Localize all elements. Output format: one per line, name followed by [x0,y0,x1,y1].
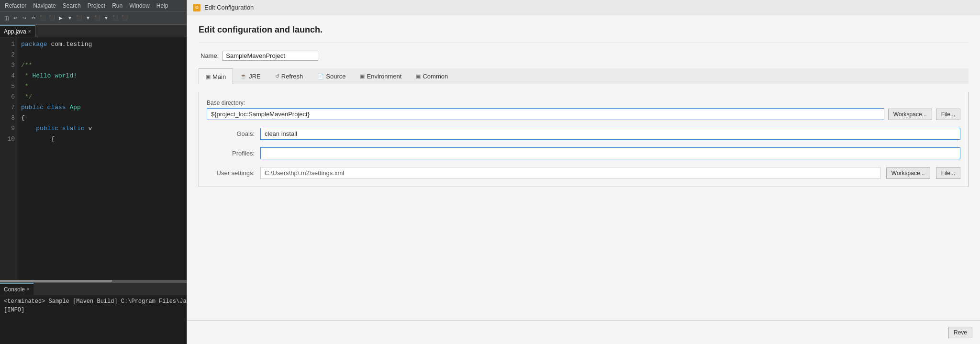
revert-button[interactable]: Reve [948,327,972,338]
toolbar-btn-3[interactable]: ↪ [20,14,29,22]
toolbar-btn-9[interactable]: ⬛ [75,14,83,22]
dialog-panel: ⚙ Edit Configuration Edit configuration … [187,0,980,344]
editor-tab-label: App.java [4,28,26,35]
toolbar-group: ◫ ↩ ↪ ✂ ⬛ ⬛ ▶ ▼ ⬛ ▼ ⬛ ▼ ⬛ ⬛ [2,14,129,22]
goals-input[interactable] [260,128,960,140]
tab-environment-label: Environment [367,73,401,80]
source-tab-icon: 📄 [317,73,324,79]
base-directory-row: Base directory: Workspace... File... [207,100,960,120]
tabs-container: ▣ Main ☕ JRE ↺ Refresh 📄 Source ▣ Enviro… [199,68,969,84]
base-directory-input[interactable] [207,108,884,120]
dialog-title-text: Edit Configuration [204,4,254,11]
tab-refresh-label: Refresh [281,73,303,80]
base-directory-input-row: Workspace... File... [207,108,960,120]
common-tab-icon: ▣ [416,73,421,79]
toolbar-btn-1[interactable]: ◫ [2,14,11,22]
name-input[interactable] [223,51,318,61]
tab-jre-label: JRE [249,73,261,80]
tab-main-label: Main [212,73,226,80]
user-settings-label: User settings: [207,169,255,177]
editor-tab-bar: App.java × [0,25,187,37]
editor-panel: Refactor Navigate Search Project Run Win… [0,0,187,344]
line-numbers: 1 2 3 4 5 6 7 8 9 10 [0,37,17,280]
refresh-tab-icon: ↺ [275,73,279,79]
toolbar-btn-13[interactable]: ⬛ [111,14,120,22]
goals-label: Goals: [207,130,255,137]
console-panel: Console × <terminated> Sample [Maven Bui… [0,282,187,344]
environment-tab-icon: ▣ [360,73,365,79]
workspace-button-2[interactable]: Workspace... [886,167,930,179]
name-label: Name: [200,52,219,59]
menu-run[interactable]: Run [109,1,125,10]
menu-refactor[interactable]: Refactor [2,1,29,10]
console-output: <terminated> Sample [Maven Build] C:\Pro… [0,295,187,344]
console-tab[interactable]: Console × [0,283,33,295]
code-text[interactable]: package com.testing /** * Hello world! *… [17,37,187,280]
console-tab-label: Console [4,286,25,293]
code-line-6: */ [21,92,183,102]
name-row: Name: [199,51,969,61]
profiles-label: Profiles: [207,150,255,157]
tab-common[interactable]: ▣ Common [409,68,455,84]
menu-search[interactable]: Search [60,1,84,10]
main-tab-icon: ▣ [206,74,211,80]
code-line-2 [21,50,183,60]
dialog-title-bar: ⚙ Edit Configuration [187,0,980,15]
file-button-2[interactable]: File... [936,167,960,179]
code-editor[interactable]: 1 2 3 4 5 6 7 8 9 10 package com.testing… [0,37,187,280]
menu-help[interactable]: Help [154,1,171,10]
editor-tab-close[interactable]: × [28,29,31,34]
tab-common-label: Common [423,73,448,80]
profiles-row: Profiles: [207,147,960,159]
code-line-9: public static v [21,123,183,134]
config-headline: Edit configuration and launch. [199,25,969,43]
dialog-body: Edit configuration and launch. Name: ▣ M… [187,15,980,320]
console-line-1: <terminated> Sample [Maven Build] C:\Pro… [4,297,183,306]
toolbar-btn-2[interactable]: ↩ [11,14,20,22]
toolbar-btn-12[interactable]: ▼ [102,14,111,22]
code-line-1: package com.testing [21,39,183,50]
code-line-10: { [21,134,183,144]
editor-toolbar: ◫ ↩ ↪ ✂ ⬛ ⬛ ▶ ▼ ⬛ ▼ ⬛ ▼ ⬛ ⬛ [0,11,187,25]
toolbar-btn-10[interactable]: ▼ [84,14,92,22]
code-line-3: /** [21,60,183,71]
tab-content-main: Base directory: Workspace... File... Goa… [199,92,969,187]
code-line-7: public class App [21,102,183,113]
console-line-2: [INFO] [4,306,183,314]
code-line-5: * [21,81,183,92]
console-tab-bar: Console × [0,283,187,295]
menu-window[interactable]: Window [126,1,153,10]
toolbar-btn-6[interactable]: ⬛ [47,14,56,22]
console-tab-close[interactable]: × [27,287,30,292]
tab-environment[interactable]: ▣ Environment [353,68,409,84]
editor-tab-app-java[interactable]: App.java × [0,25,35,37]
base-directory-label: Base directory: [207,100,960,106]
menu-navigate[interactable]: Navigate [30,1,58,10]
toolbar-btn-8[interactable]: ▼ [66,14,74,22]
dialog-icon: ⚙ [193,4,200,11]
dialog-bottom: Reve [187,320,980,344]
tab-source[interactable]: 📄 Source [310,68,353,84]
code-line-8: { [21,113,183,123]
file-button-1[interactable]: File... [936,109,960,120]
toolbar-btn-7[interactable]: ▶ [56,14,65,22]
code-line-4: * Hello world! [21,71,183,81]
toolbar-btn-14[interactable]: ⬛ [120,14,129,22]
profiles-input[interactable] [260,147,960,159]
workspace-button-1[interactable]: Workspace... [888,109,932,120]
user-settings-row: User settings: Workspace... File... [207,167,960,179]
jre-tab-icon: ☕ [240,73,247,79]
menu-bar: Refactor Navigate Search Project Run Win… [0,0,187,11]
toolbar-btn-4[interactable]: ✂ [29,14,38,22]
tab-main[interactable]: ▣ Main [199,68,233,84]
user-settings-input[interactable] [260,167,880,179]
tab-jre[interactable]: ☕ JRE [233,68,268,84]
goals-row: Goals: [207,128,960,140]
menu-project[interactable]: Project [85,1,108,10]
tab-refresh[interactable]: ↺ Refresh [268,68,311,84]
tab-source-label: Source [326,73,345,80]
toolbar-btn-11[interactable]: ⬛ [93,14,101,22]
toolbar-btn-5[interactable]: ⬛ [38,14,47,22]
